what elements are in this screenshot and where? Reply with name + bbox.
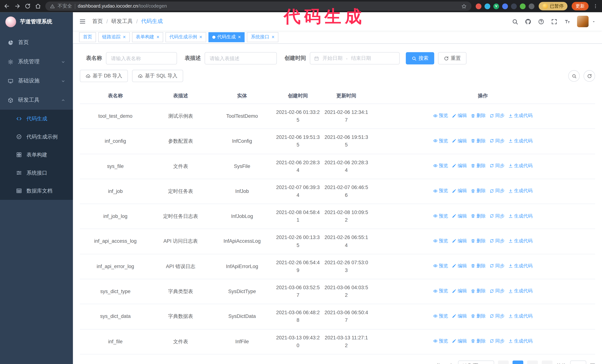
sidebar-item-codegen-example[interactable]: 代码生成示例 (0, 128, 73, 146)
font-size-icon[interactable] (564, 18, 570, 25)
breadcrumb-item[interactable]: 研发工具 (111, 18, 133, 25)
action-delete-button[interactable]: 删除 (471, 187, 486, 194)
extension-icon-leaf[interactable] (520, 3, 526, 9)
tab-tracing[interactable]: 链路追踪× (98, 32, 130, 42)
extension-icon-green-v[interactable]: V (493, 3, 499, 9)
action-preview-button[interactable]: 预览 (433, 112, 448, 119)
next-page-button[interactable]: › (542, 361, 553, 364)
tab-form-builder[interactable]: 表单构建× (132, 32, 163, 42)
hamburger-icon[interactable] (79, 18, 86, 25)
tab-codegen[interactable]: 代码生成× (208, 32, 245, 42)
action-sync-button[interactable]: 同步 (490, 262, 505, 270)
sidebar-item-db-doc[interactable]: 数据库文档 (0, 182, 73, 200)
action-generate-button[interactable]: 生成代码 (508, 338, 533, 345)
reload-icon[interactable] (25, 3, 31, 9)
action-edit-button[interactable]: 编辑 (452, 187, 467, 194)
sidebar-item-form-builder[interactable]: 表单构建 (0, 146, 73, 164)
action-preview-button[interactable]: 预览 (433, 262, 448, 270)
reset-button[interactable]: 重置 (438, 52, 466, 64)
action-preview-button[interactable]: 预览 (433, 187, 448, 194)
action-edit-button[interactable]: 编辑 (452, 338, 467, 345)
action-sync-button[interactable]: 同步 (490, 212, 505, 219)
action-delete-button[interactable]: 删除 (471, 338, 486, 345)
sidebar-item-home[interactable]: 首页 (0, 33, 73, 52)
action-sync-button[interactable]: 同步 (490, 312, 505, 320)
action-preview-button[interactable]: 预览 (433, 312, 448, 320)
sidebar-item-system[interactable]: 系统管理 (0, 52, 73, 72)
breadcrumb-item[interactable]: 首页 (92, 18, 103, 25)
action-generate-button[interactable]: 生成代码 (508, 287, 533, 295)
action-edit-button[interactable]: 编辑 (452, 162, 467, 169)
page-button-2[interactable]: 2 (527, 361, 538, 364)
action-preview-button[interactable]: 预览 (433, 237, 448, 245)
extension-icon-people[interactable] (502, 3, 508, 9)
action-delete-button[interactable]: 删除 (471, 237, 486, 245)
action-preview-button[interactable]: 预览 (433, 287, 448, 295)
action-delete-button[interactable]: 删除 (471, 212, 486, 219)
fullscreen-icon[interactable] (551, 18, 557, 25)
import-sql-button[interactable]: 基于 SQL 导入 (132, 70, 183, 82)
caret-down-icon[interactable] (592, 20, 596, 24)
action-delete-button[interactable]: 删除 (471, 262, 486, 270)
search-button[interactable]: 搜索 (406, 52, 434, 64)
sidebar-item-api[interactable]: 系统接口 (0, 164, 73, 182)
action-generate-button[interactable]: 生成代码 (508, 212, 533, 219)
sidebar-item-infra[interactable]: 基础设施 (0, 71, 73, 91)
action-sync-button[interactable]: 同步 (490, 287, 505, 295)
action-edit-button[interactable]: 编辑 (452, 237, 467, 245)
home-icon[interactable] (35, 3, 41, 9)
user-avatar[interactable] (577, 16, 589, 27)
action-generate-button[interactable]: 生成代码 (508, 312, 533, 320)
forward-icon[interactable] (14, 3, 20, 9)
back-icon[interactable] (4, 3, 10, 9)
action-generate-button[interactable]: 生成代码 (508, 262, 533, 270)
action-sync-button[interactable]: 同步 (490, 112, 505, 119)
tab-close-icon[interactable]: × (157, 34, 160, 40)
sidebar-item-codegen[interactable]: 代码生成 (0, 110, 73, 128)
tab-codegen-example[interactable]: 代码生成示例× (166, 32, 206, 42)
table-desc-input[interactable] (205, 52, 277, 64)
prev-page-button[interactable]: ‹ (498, 361, 509, 364)
page-size-select[interactable]: 10条/页 (458, 361, 494, 364)
github-icon[interactable] (525, 18, 531, 25)
action-edit-button[interactable]: 编辑 (452, 312, 467, 320)
action-edit-button[interactable]: 编辑 (452, 137, 467, 145)
action-sync-button[interactable]: 同步 (490, 137, 505, 145)
goto-page-input[interactable] (570, 361, 586, 364)
action-edit-button[interactable]: 编辑 (452, 262, 467, 270)
sync-paused-badge[interactable]: 已暂停 (539, 2, 567, 10)
tab-close-icon[interactable]: × (123, 34, 126, 40)
action-sync-button[interactable]: 同步 (490, 237, 505, 245)
action-preview-button[interactable]: 预览 (433, 212, 448, 219)
browser-menu-icon[interactable] (593, 3, 598, 9)
action-delete-button[interactable]: 删除 (471, 312, 486, 320)
extension-icon-dark[interactable] (511, 3, 517, 9)
address-bar[interactable]: 不安全 dashboard.yudao.iocoder.cn/tool/code… (45, 1, 472, 11)
extension-icon-drop[interactable] (484, 3, 490, 9)
toggle-search-button[interactable] (568, 70, 580, 82)
extension-icon-orange[interactable] (476, 3, 481, 9)
search-icon[interactable] (512, 18, 518, 25)
help-icon[interactable] (538, 18, 544, 25)
action-delete-button[interactable]: 删除 (471, 162, 486, 169)
action-edit-button[interactable]: 编辑 (452, 287, 467, 295)
tab-api[interactable]: 系统接口× (247, 32, 279, 42)
bookmark-star-icon[interactable] (461, 3, 467, 9)
import-db-button[interactable]: 基于 DB 导入 (80, 70, 128, 82)
action-sync-button[interactable]: 同步 (490, 187, 505, 194)
action-generate-button[interactable]: 生成代码 (508, 112, 533, 119)
tab-close-icon[interactable]: × (238, 34, 241, 40)
action-preview-button[interactable]: 预览 (433, 162, 448, 169)
update-button[interactable]: 更新 (572, 2, 589, 10)
tab-close-icon[interactable]: × (271, 34, 275, 40)
action-delete-button[interactable]: 删除 (471, 137, 486, 145)
action-sync-button[interactable]: 同步 (490, 162, 505, 169)
action-edit-button[interactable]: 编辑 (452, 212, 467, 219)
action-generate-button[interactable]: 生成代码 (508, 162, 533, 169)
table-name-input[interactable] (106, 52, 177, 64)
action-preview-button[interactable]: 预览 (433, 338, 448, 345)
action-generate-button[interactable]: 生成代码 (508, 137, 533, 145)
action-edit-button[interactable]: 编辑 (452, 112, 467, 119)
breadcrumb-item[interactable]: 代码生成 (141, 18, 163, 25)
sidebar-item-dev-tools[interactable]: 研发工具 (0, 91, 73, 110)
